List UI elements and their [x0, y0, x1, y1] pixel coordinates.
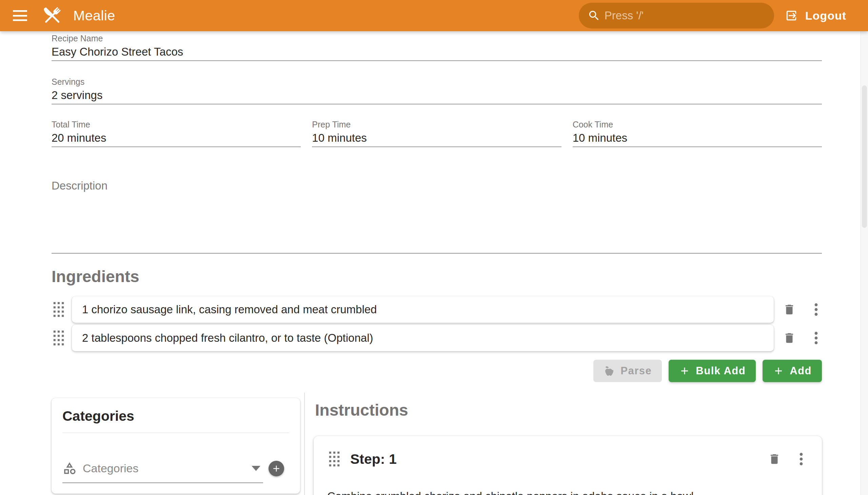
prep-time-label: Prep Time: [312, 119, 561, 130]
step-title: Step: 1: [350, 451, 759, 467]
description-label: Description: [52, 179, 822, 192]
add-ingredient-button[interactable]: Add: [763, 360, 822, 382]
ingredient-row: 1 chorizo sausage link, casing removed a…: [52, 296, 822, 323]
servings-field[interactable]: Servings 2 servings: [52, 76, 822, 104]
step-header: Step: 1: [327, 451, 807, 467]
apple-icon: [603, 365, 615, 377]
delete-ingredient-button[interactable]: [783, 303, 796, 316]
description-field[interactable]: Description: [52, 179, 822, 254]
total-time-value[interactable]: 20 minutes: [52, 131, 301, 145]
plus-icon: [679, 365, 690, 377]
trash-icon: [783, 331, 796, 344]
ingredient-list: 1 chorizo sausage link, casing removed a…: [52, 296, 822, 351]
ingredient-actions: Parse Bulk Add Add: [52, 360, 822, 382]
ingredient-input[interactable]: 1 chorizo sausage link, casing removed a…: [72, 296, 774, 323]
categories-select-row: Categories: [62, 454, 289, 483]
categories-card: Categories Categories: [52, 398, 300, 494]
bottom-section: Categories Categories Instructions: [52, 393, 822, 495]
ingredient-menu-button[interactable]: [810, 303, 822, 316]
instructions-column: Instructions Step: 1 Combine crumbled ch…: [305, 393, 822, 495]
scrollbar[interactable]: [861, 31, 868, 495]
chevron-down-icon: [252, 466, 260, 471]
total-time-field[interactable]: Total Time 20 minutes: [52, 119, 301, 147]
ingredient-menu-button[interactable]: [810, 331, 822, 345]
app-header: Mealie Logout: [0, 0, 868, 31]
kebab-menu-icon: [814, 331, 818, 345]
search-icon: [588, 9, 600, 22]
instruction-step-card: Step: 1 Combine crumbled chorizo and chi…: [313, 436, 822, 495]
add-label: Add: [790, 365, 812, 377]
delete-step-button[interactable]: [768, 452, 781, 466]
categories-select[interactable]: Categories: [62, 454, 263, 483]
recipe-name-label: Recipe Name: [52, 33, 822, 44]
prep-time-value[interactable]: 10 minutes: [312, 131, 561, 145]
mealie-logo-icon: [41, 3, 64, 28]
plus-icon: [773, 365, 784, 377]
description-value[interactable]: [52, 192, 822, 253]
servings-value[interactable]: 2 servings: [52, 88, 822, 102]
plus-icon: [271, 463, 282, 474]
divider: [62, 433, 289, 433]
shapes-icon: [62, 461, 76, 475]
instructions-section-title: Instructions: [315, 402, 822, 419]
logout-button[interactable]: Logout: [785, 9, 846, 22]
ingredient-row: 2 tablespoons chopped fresh cilantro, or…: [52, 325, 822, 351]
recipe-name-field[interactable]: Recipe Name Easy Chorizo Street Tacos: [52, 33, 822, 61]
total-time-label: Total Time: [52, 119, 301, 130]
categories-card-title: Categories: [62, 408, 289, 424]
bulk-add-label: Bulk Add: [696, 365, 746, 377]
add-category-button[interactable]: [269, 461, 284, 476]
bulk-add-button[interactable]: Bulk Add: [669, 360, 756, 382]
drag-handle-icon[interactable]: [328, 451, 341, 467]
step-menu-button[interactable]: [796, 452, 807, 466]
cook-time-field[interactable]: Cook Time 10 minutes: [573, 119, 822, 147]
prep-time-field[interactable]: Prep Time 10 minutes: [312, 119, 561, 147]
servings-label: Servings: [52, 76, 822, 87]
search-bar[interactable]: [579, 3, 774, 29]
recipe-name-value[interactable]: Easy Chorizo Street Tacos: [52, 45, 822, 59]
logout-label: Logout: [805, 9, 846, 22]
categories-column: Categories Categories: [52, 393, 304, 495]
cook-time-value[interactable]: 10 minutes: [573, 131, 822, 145]
trash-icon: [783, 303, 796, 316]
logout-icon: [785, 9, 798, 22]
search-input[interactable]: [605, 9, 765, 22]
menu-icon[interactable]: [13, 10, 27, 21]
times-row: Total Time 20 minutes Prep Time 10 minut…: [52, 119, 822, 147]
parse-label: Parse: [620, 365, 652, 377]
ingredient-input[interactable]: 2 tablespoons chopped fresh cilantro, or…: [72, 325, 774, 351]
cook-time-label: Cook Time: [573, 119, 822, 130]
delete-ingredient-button[interactable]: [783, 331, 796, 345]
drag-handle-icon[interactable]: [53, 302, 65, 317]
scrollbar-thumb[interactable]: [862, 85, 867, 228]
parse-button[interactable]: Parse: [593, 360, 662, 382]
kebab-menu-icon: [799, 452, 803, 466]
app-title: Mealie: [73, 8, 115, 24]
drag-handle-icon[interactable]: [53, 330, 65, 346]
kebab-menu-icon: [814, 303, 818, 316]
ingredients-section-title: Ingredients: [52, 269, 822, 285]
step-text-input[interactable]: Combine crumbled chorizo and chipotle pe…: [327, 489, 807, 495]
categories-select-label: Categories: [83, 462, 252, 475]
recipe-editor: Recipe Name Easy Chorizo Street Tacos Se…: [0, 31, 868, 495]
trash-icon: [768, 453, 781, 465]
